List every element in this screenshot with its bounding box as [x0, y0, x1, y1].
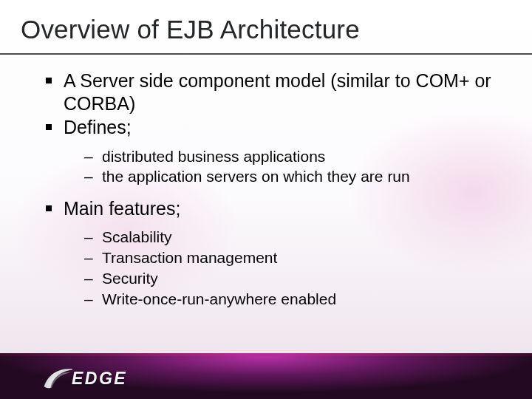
bullet-text: Defines;	[64, 117, 132, 137]
sub-bullet-text: Transaction management	[102, 249, 277, 266]
sub-bullet-item: distributed business applications	[80, 146, 502, 167]
sub-bullet-item: Transaction management	[80, 248, 502, 268]
slide-title: Overview of EJB Architecture	[21, 15, 360, 44]
title-underline	[0, 53, 532, 55]
bullet-text: A Server side component model (similar t…	[64, 70, 491, 114]
sub-bullet-text: Security	[102, 270, 158, 287]
sub-bullet-text: Scalability	[102, 228, 172, 245]
bullet-text: Main features;	[64, 198, 180, 219]
swoosh-icon	[41, 366, 74, 391]
sub-bullet-item: Scalability	[80, 227, 502, 248]
slide-body: A Server side component model (similar t…	[41, 69, 502, 319]
bullet-list: A Server side component model (similar t…	[41, 69, 502, 309]
bullet-item: A Server side component model (similar t…	[41, 69, 502, 115]
sub-bullet-text: Write-once-run-anywhere enabled	[102, 290, 336, 307]
bullet-item: Defines; distributed business applicatio…	[41, 116, 502, 187]
sub-bullet-text: the application servers on which they ar…	[102, 168, 410, 185]
logo-text: EDGE	[72, 369, 127, 389]
sub-bullet-text: distributed business applications	[102, 148, 325, 165]
sub-bullet-item: Security	[80, 268, 502, 289]
sub-bullet-list: distributed business applications the ap…	[80, 146, 502, 187]
edge-logo: EDGE	[41, 363, 174, 394]
footer-bar: EDGE	[0, 353, 532, 399]
sub-bullet-item: Write-once-run-anywhere enabled	[80, 289, 502, 310]
bullet-item: Main features; Scalability Transaction m…	[41, 197, 502, 309]
sub-bullet-item: the application servers on which they ar…	[80, 166, 502, 187]
sub-bullet-list: Scalability Transaction management Secur…	[80, 227, 502, 309]
